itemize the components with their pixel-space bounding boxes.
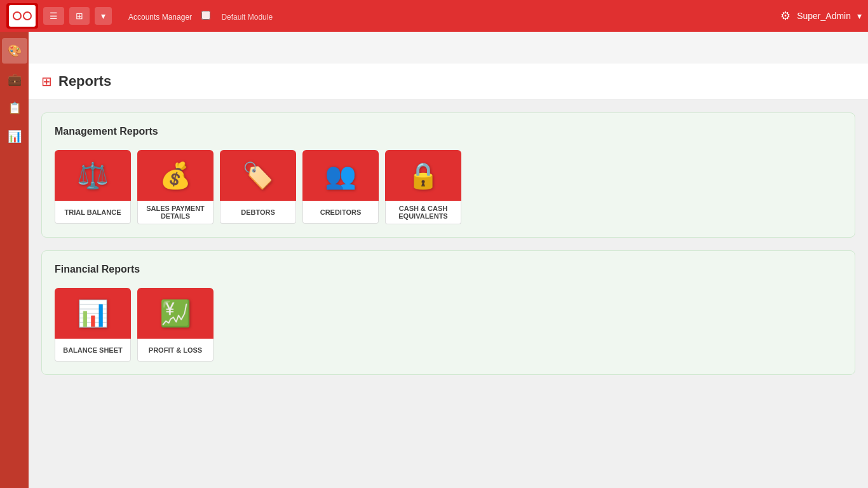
tile-trial-balance[interactable]: ⚖️ TRIAL BALANCE: [55, 150, 131, 224]
tile-cash-equivalents[interactable]: 🔒 CASH & CASH EQUIVALENTS: [385, 150, 461, 224]
page-title: Reports: [58, 73, 111, 90]
tile-balance-sheet-img: 📊: [55, 288, 131, 339]
reports-header-icon: ⊞: [41, 74, 52, 89]
navbar-right: ⚙ Super_Admin ▾: [780, 9, 862, 23]
tile-sales-payment-label: SALES PAYMENT DETAILS: [137, 201, 214, 224]
balance-sheet-icon: 📊: [77, 299, 109, 329]
tile-profit-loss[interactable]: 💹 PROFIT & LOSS: [137, 288, 214, 362]
settings-icon[interactable]: ⚙: [780, 9, 790, 23]
sidebar: 🎨 💼 📋 📊: [0, 32, 29, 488]
tile-sales-payment-img: 💰: [137, 150, 214, 201]
content-area: Management Reports ⚖️ TRIAL BALANCE 💰 SA…: [29, 100, 868, 488]
sidebar-item-palette[interactable]: 🎨: [2, 38, 27, 64]
financial-reports-tiles: 📊 BALANCE SHEET 💹 PROFIT & LOSS: [55, 288, 842, 362]
navbar: ☰ ⊞ ▾ Accounts Manager Default Module ⚙ …: [0, 0, 868, 32]
tile-debtors[interactable]: 🏷️ DEBTORS: [220, 150, 296, 224]
financial-reports-title: Financial Reports: [55, 264, 842, 275]
tile-sales-payment-details[interactable]: 💰 SALES PAYMENT DETAILS: [137, 150, 214, 224]
user-dropdown-icon[interactable]: ▾: [857, 11, 862, 21]
apps-button[interactable]: ⊞: [69, 7, 90, 25]
tile-balance-sheet-label: BALANCE SHEET: [55, 339, 131, 362]
user-label: Super_Admin: [797, 11, 851, 21]
sidebar-item-chart[interactable]: 📊: [2, 124, 27, 149]
sidebar-item-briefcase[interactable]: 💼: [2, 67, 27, 92]
app-logo[interactable]: [6, 3, 38, 29]
tile-debtors-img: 🏷️: [220, 150, 296, 201]
tile-profit-loss-img: 💹: [137, 288, 214, 339]
tile-trial-balance-img: ⚖️: [55, 150, 131, 201]
tile-trial-balance-label: TRIAL BALANCE: [55, 201, 131, 224]
tile-creditors-img: 👥: [302, 150, 379, 201]
briefcase-icon: 💼: [8, 72, 22, 86]
creditors-icon: 👥: [325, 161, 356, 191]
tile-profit-loss-label: PROFIT & LOSS: [137, 339, 214, 362]
chart-icon: 📊: [8, 130, 22, 144]
tile-cash-img: 🔒: [385, 150, 461, 201]
tile-debtors-label: DEBTORS: [220, 201, 296, 224]
logo-circle-2: [23, 11, 32, 20]
app-title-text: Accounts Manager: [128, 13, 192, 22]
chevron-button[interactable]: ▾: [95, 7, 112, 25]
hamburger-button[interactable]: ☰: [43, 7, 64, 25]
main-content: ⊞ Reports Management Reports ⚖️ TRIAL BA…: [29, 64, 868, 488]
cash-equivalents-icon: 🔒: [407, 161, 439, 191]
financial-reports-section: Financial Reports 📊 BALANCE SHEET 💹 PROF…: [41, 250, 855, 375]
tile-balance-sheet[interactable]: 📊 BALANCE SHEET: [55, 288, 131, 362]
trial-balance-icon: ⚖️: [77, 161, 109, 191]
tile-creditors-label: CREDITORS: [302, 201, 379, 224]
debtors-icon: 🏷️: [242, 161, 274, 191]
default-module-checkbox[interactable]: [201, 11, 210, 20]
logo-circle-1: [13, 11, 22, 20]
default-module-label: Default Module: [201, 13, 273, 22]
management-reports-tiles: ⚖️ TRIAL BALANCE 💰 SALES PAYMENT DETAILS…: [55, 150, 842, 224]
tile-cash-label: CASH & CASH EQUIVALENTS: [385, 201, 461, 224]
sidebar-item-file[interactable]: 📋: [2, 95, 27, 121]
management-reports-section: Management Reports ⚖️ TRIAL BALANCE 💰 SA…: [41, 112, 855, 238]
tile-creditors[interactable]: 👥 CREDITORS: [302, 150, 379, 224]
profit-loss-icon: 💹: [159, 299, 191, 329]
palette-icon: 🎨: [8, 44, 22, 58]
management-reports-title: Management Reports: [55, 126, 842, 137]
app-title: Accounts Manager Default Module: [122, 10, 775, 23]
sales-payment-icon: 💰: [159, 161, 191, 191]
page-header: ⊞ Reports: [29, 64, 868, 100]
file-icon: 📋: [8, 101, 22, 115]
